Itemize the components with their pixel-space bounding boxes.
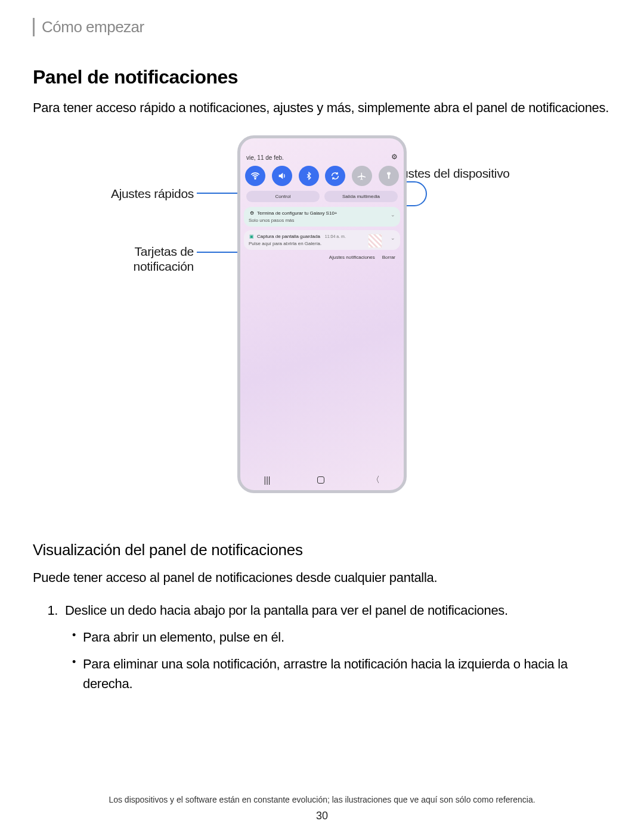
- phone-mockup: vie, 11 de feb. ⚙: [237, 135, 407, 493]
- control-pill[interactable]: Control: [246, 191, 320, 202]
- bluetooth-icon[interactable]: [299, 166, 319, 186]
- flashlight-icon[interactable]: [379, 166, 399, 186]
- rotate-icon[interactable]: [325, 166, 345, 186]
- airplane-icon[interactable]: [352, 166, 372, 186]
- svg-point-0: [255, 178, 256, 179]
- figure-area: Ajustes rápidos Tarjetas de notificación…: [33, 135, 611, 517]
- clear-notifications-link[interactable]: Borrar: [382, 255, 395, 260]
- page-number: 30: [0, 810, 644, 822]
- notification-subtitle: Solo unos pasos más: [249, 218, 395, 223]
- notification-settings-link[interactable]: Ajustes notificaciones: [329, 255, 375, 260]
- back-icon[interactable]: 〈: [371, 475, 380, 485]
- notification-card[interactable]: ▣ Captura de pantalla guardada 11:04 a. …: [244, 230, 400, 250]
- page-title: Panel de notificaciones: [33, 66, 611, 88]
- steps-list: Deslice un dedo hacia abajo por la panta…: [33, 600, 611, 693]
- footnote: Los dispositivos y el software están en …: [0, 795, 644, 804]
- section-heading: Visualización del panel de notificacione…: [33, 541, 611, 559]
- callout-quick-settings: Ajustes rápidos: [92, 187, 194, 201]
- breadcrumb: Cómo empezar: [33, 18, 611, 36]
- notification-time: 11:04 a. m.: [325, 234, 346, 239]
- callout-notification-cards-l1: Tarjetas de: [110, 244, 194, 259]
- quick-settings-row: [240, 163, 404, 190]
- notification-stack: ⚙ Termina de configurar tu Galaxy S10+ S…: [240, 207, 404, 250]
- callout-device-settings: Ajustes del dispositivo: [391, 166, 510, 181]
- nav-bar: ||| 〈: [240, 470, 404, 490]
- media-output-pill[interactable]: Salida multimedia: [324, 191, 398, 202]
- notification-title: Captura de pantalla guardada: [257, 234, 320, 239]
- wifi-icon[interactable]: [245, 166, 265, 186]
- list-item: Deslice un dedo hacia abajo por la panta…: [61, 600, 611, 693]
- gear-icon: ⚙: [249, 210, 255, 216]
- screenshot-thumbnail: [368, 234, 382, 248]
- notification-card[interactable]: ⚙ Termina de configurar tu Galaxy S10+ S…: [244, 207, 400, 227]
- notification-title: Termina de configurar tu Galaxy S10+: [257, 210, 338, 216]
- sound-icon[interactable]: [272, 166, 292, 186]
- notification-actions: Ajustes notificaciones Borrar: [240, 253, 404, 265]
- chevron-down-icon[interactable]: ⌄: [391, 235, 395, 241]
- list-item: Para abrir un elemento, pulse en él.: [72, 627, 611, 647]
- media-control-row: Control Salida multimedia: [240, 190, 404, 207]
- list-item: Para eliminar una sola notificación, arr…: [72, 654, 611, 693]
- gear-icon[interactable]: ⚙: [391, 153, 398, 161]
- image-icon: ▣: [249, 234, 255, 240]
- callout-notification-cards-l2: notificación: [110, 259, 194, 274]
- status-date: vie, 11 de feb.: [246, 154, 284, 161]
- status-bar: vie, 11 de feb. ⚙: [240, 138, 404, 163]
- sub-list: Para abrir un elemento, pulse en él. Par…: [65, 627, 611, 693]
- home-icon[interactable]: [317, 476, 324, 484]
- intro-paragraph: Para tener acceso rápido a notificacione…: [33, 99, 611, 117]
- section-paragraph: Puede tener acceso al panel de notificac…: [33, 569, 611, 587]
- step-text: Deslice un dedo hacia abajo por la panta…: [65, 603, 508, 618]
- chevron-down-icon[interactable]: ⌄: [391, 212, 395, 218]
- recents-icon[interactable]: |||: [264, 475, 271, 485]
